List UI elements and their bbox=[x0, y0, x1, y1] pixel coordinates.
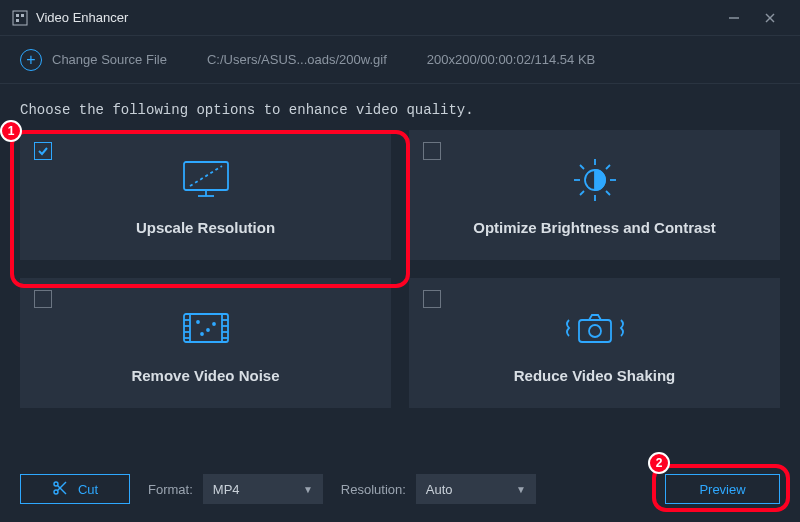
card-upscale-resolution[interactable]: Upscale Resolution bbox=[20, 130, 391, 260]
card-optimize-brightness[interactable]: Optimize Brightness and Contrast bbox=[409, 130, 780, 260]
instruction-text: Choose the following options to enhance … bbox=[0, 84, 800, 130]
card-label: Reduce Video Shaking bbox=[514, 367, 675, 384]
card-remove-noise[interactable]: Remove Video Noise bbox=[20, 278, 391, 408]
card-label: Remove Video Noise bbox=[131, 367, 279, 384]
format-label: Format: bbox=[148, 482, 193, 497]
chevron-down-icon: ▼ bbox=[303, 484, 313, 495]
resolution-value: Auto bbox=[426, 482, 453, 497]
svg-rect-2 bbox=[21, 14, 24, 17]
source-path: C:/Users/ASUS...oads/200w.gif bbox=[207, 52, 387, 67]
titlebar: Video Enhancer bbox=[0, 0, 800, 36]
card-label: Upscale Resolution bbox=[136, 219, 275, 236]
svg-rect-3 bbox=[16, 19, 19, 22]
scissors-icon bbox=[52, 480, 68, 499]
svg-rect-35 bbox=[579, 320, 611, 342]
svg-line-19 bbox=[580, 191, 584, 195]
svg-rect-0 bbox=[13, 11, 27, 25]
checkbox[interactable] bbox=[423, 290, 441, 308]
plus-circle-icon: + bbox=[20, 49, 42, 71]
svg-line-8 bbox=[190, 166, 222, 186]
toolbar: + Change Source File C:/Users/ASUS...oad… bbox=[0, 36, 800, 84]
source-meta: 200x200/00:00:02/114.54 KB bbox=[427, 52, 595, 67]
camera-shake-icon bbox=[563, 303, 627, 353]
svg-line-18 bbox=[606, 165, 610, 169]
svg-point-34 bbox=[201, 333, 203, 335]
format-field: Format: MP4 ▼ bbox=[148, 474, 323, 504]
resolution-field: Resolution: Auto ▼ bbox=[341, 474, 536, 504]
bottom-bar: Cut Format: MP4 ▼ Resolution: Auto ▼ Pre… bbox=[0, 474, 800, 504]
brightness-icon bbox=[570, 155, 620, 205]
cut-button[interactable]: Cut bbox=[20, 474, 130, 504]
svg-point-37 bbox=[54, 482, 58, 486]
annotation-badge-2: 2 bbox=[648, 452, 670, 474]
checkbox[interactable] bbox=[34, 142, 52, 160]
app-icon bbox=[12, 10, 28, 26]
card-reduce-shaking[interactable]: Reduce Video Shaking bbox=[409, 278, 780, 408]
resolution-select[interactable]: Auto ▼ bbox=[416, 474, 536, 504]
preview-button[interactable]: Preview bbox=[665, 474, 780, 504]
format-select[interactable]: MP4 ▼ bbox=[203, 474, 323, 504]
options-grid: Upscale Resolution Optimize Brightness a… bbox=[0, 130, 800, 408]
checkbox[interactable] bbox=[423, 142, 441, 160]
format-value: MP4 bbox=[213, 482, 240, 497]
cut-label: Cut bbox=[78, 482, 98, 497]
window-title: Video Enhancer bbox=[36, 10, 716, 25]
svg-point-33 bbox=[213, 323, 215, 325]
svg-line-17 bbox=[606, 191, 610, 195]
svg-point-38 bbox=[54, 490, 58, 494]
minimize-button[interactable] bbox=[716, 0, 752, 36]
svg-point-36 bbox=[589, 325, 601, 337]
svg-line-16 bbox=[580, 165, 584, 169]
change-source-label: Change Source File bbox=[52, 52, 167, 67]
resolution-label: Resolution: bbox=[341, 482, 406, 497]
change-source-button[interactable]: + Change Source File bbox=[20, 49, 167, 71]
svg-point-32 bbox=[207, 329, 209, 331]
checkbox[interactable] bbox=[34, 290, 52, 308]
chevron-down-icon: ▼ bbox=[516, 484, 526, 495]
card-label: Optimize Brightness and Contrast bbox=[473, 219, 716, 236]
svg-point-31 bbox=[197, 321, 199, 323]
close-button[interactable] bbox=[752, 0, 788, 36]
filmstrip-icon bbox=[178, 303, 234, 353]
svg-rect-1 bbox=[16, 14, 19, 17]
monitor-icon bbox=[178, 155, 234, 205]
preview-label: Preview bbox=[699, 482, 745, 497]
